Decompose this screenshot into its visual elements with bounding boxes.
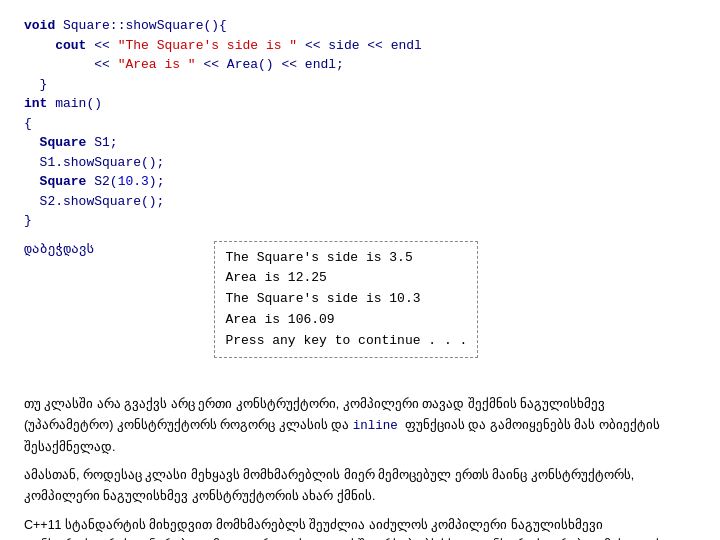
paragraph-3: C++11 სტანდარტის მიხედვით მომხმარებლს შე… <box>24 515 696 540</box>
code-line-10: S2.showSquare(); <box>24 192 696 212</box>
paragraph-1: თუ კლასში არა გვაქვს არც ერთი კონსტრუქტო… <box>24 394 696 457</box>
code-line-6: { <box>24 114 696 134</box>
paragraph-2: ამასთან, როდესაც კლასი მეხყავს მომხმარებ… <box>24 465 696 506</box>
code-line-4: } <box>24 75 696 95</box>
page-container: void Square::showSquare(){ cout << "The … <box>0 0 720 540</box>
code-block: void Square::showSquare(){ cout << "The … <box>24 16 696 231</box>
code-line-3: << "Area is " << Area() << endl; <box>24 55 696 75</box>
output-line-5: Press any key to continue . . . <box>225 331 467 352</box>
code-line-2: cout << "The Square's side is " << side … <box>24 36 696 56</box>
code-line-9: Square S2(10.3); <box>24 172 696 192</box>
output-label: დაბეჭდავს <box>24 241 94 257</box>
code-line-8: S1.showSquare(); <box>24 153 696 173</box>
output-line-1: The Square's side is 3.5 <box>225 248 467 269</box>
output-line-2: Area is 12.25 <box>225 268 467 289</box>
code-line-11: } <box>24 211 696 231</box>
output-line-3: The Square's side is 10.3 <box>225 289 467 310</box>
inline-code-1: inline <box>353 419 398 433</box>
code-line-1: void Square::showSquare(){ <box>24 16 696 36</box>
output-box: The Square's side is 3.5 Area is 12.25 T… <box>214 241 478 359</box>
code-line-5: int main() <box>24 94 696 114</box>
code-line-7: Square S1; <box>24 133 696 153</box>
output-line-4: Area is 106.09 <box>225 310 467 331</box>
output-row: დაბეჭდავს The Square's side is 3.5 Area … <box>24 241 696 377</box>
